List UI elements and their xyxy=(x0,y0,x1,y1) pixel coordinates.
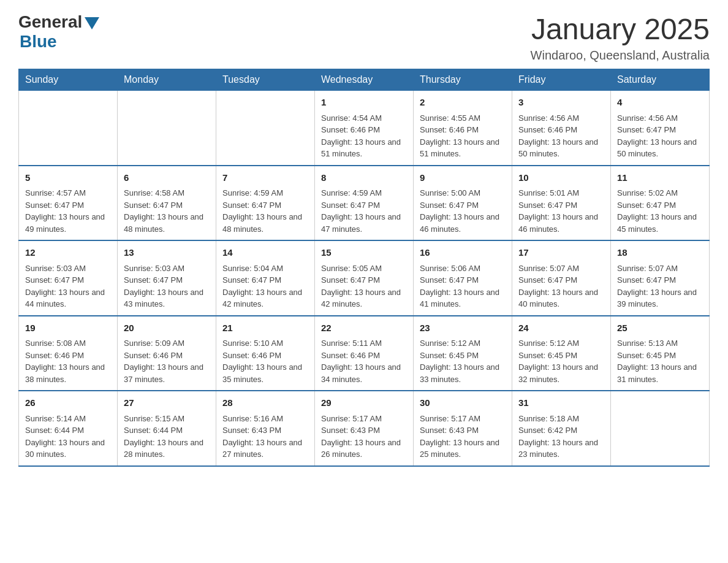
day-info: Sunrise: 5:06 AM Sunset: 6:47 PM Dayligh… xyxy=(420,262,506,310)
day-info: Sunrise: 4:55 AM Sunset: 6:46 PM Dayligh… xyxy=(420,112,506,160)
day-number: 2 xyxy=(420,96,506,110)
logo-general-text: General xyxy=(18,12,82,32)
day-info: Sunrise: 5:01 AM Sunset: 6:47 PM Dayligh… xyxy=(518,187,604,235)
day-number: 4 xyxy=(617,96,703,110)
calendar-cell: 28Sunrise: 5:16 AM Sunset: 6:43 PM Dayli… xyxy=(216,391,315,466)
calendar-cell: 7Sunrise: 4:59 AM Sunset: 6:47 PM Daylig… xyxy=(216,166,315,241)
title-block: January 2025 Windaroo, Queensland, Austr… xyxy=(531,12,710,63)
day-info: Sunrise: 5:11 AM Sunset: 6:46 PM Dayligh… xyxy=(321,337,407,385)
day-number: 27 xyxy=(124,396,210,410)
calendar-cell: 17Sunrise: 5:07 AM Sunset: 6:47 PM Dayli… xyxy=(512,240,611,316)
day-info: Sunrise: 5:07 AM Sunset: 6:47 PM Dayligh… xyxy=(617,262,703,310)
calendar-cell: 15Sunrise: 5:05 AM Sunset: 6:47 PM Dayli… xyxy=(315,240,414,316)
day-info: Sunrise: 5:17 AM Sunset: 6:43 PM Dayligh… xyxy=(420,413,506,461)
day-info: Sunrise: 5:00 AM Sunset: 6:47 PM Dayligh… xyxy=(420,187,506,235)
day-info: Sunrise: 4:59 AM Sunset: 6:47 PM Dayligh… xyxy=(321,187,407,235)
calendar-header-friday: Friday xyxy=(512,69,611,91)
calendar-cell: 8Sunrise: 4:59 AM Sunset: 6:47 PM Daylig… xyxy=(315,166,414,241)
day-number: 10 xyxy=(518,171,604,185)
calendar-cell: 31Sunrise: 5:18 AM Sunset: 6:42 PM Dayli… xyxy=(512,391,611,466)
calendar-cell xyxy=(216,91,315,166)
day-number: 12 xyxy=(25,246,111,260)
day-info: Sunrise: 5:12 AM Sunset: 6:45 PM Dayligh… xyxy=(420,337,506,385)
calendar-cell: 24Sunrise: 5:12 AM Sunset: 6:45 PM Dayli… xyxy=(512,316,611,391)
day-number: 9 xyxy=(420,171,506,185)
calendar-cell: 4Sunrise: 4:56 AM Sunset: 6:47 PM Daylig… xyxy=(611,91,710,166)
day-info: Sunrise: 5:03 AM Sunset: 6:47 PM Dayligh… xyxy=(124,262,210,310)
calendar-header-thursday: Thursday xyxy=(414,69,512,91)
day-info: Sunrise: 4:58 AM Sunset: 6:47 PM Dayligh… xyxy=(124,187,210,235)
logo: General Blue xyxy=(18,12,99,52)
day-number: 16 xyxy=(420,246,506,260)
day-number: 11 xyxy=(617,171,703,185)
day-number: 3 xyxy=(518,96,604,110)
calendar-cell: 30Sunrise: 5:17 AM Sunset: 6:43 PM Dayli… xyxy=(414,391,512,466)
day-number: 13 xyxy=(124,246,210,260)
calendar-cell: 29Sunrise: 5:17 AM Sunset: 6:43 PM Dayli… xyxy=(315,391,414,466)
calendar-cell: 10Sunrise: 5:01 AM Sunset: 6:47 PM Dayli… xyxy=(512,166,611,241)
day-info: Sunrise: 4:56 AM Sunset: 6:46 PM Dayligh… xyxy=(518,112,604,160)
day-info: Sunrise: 5:14 AM Sunset: 6:44 PM Dayligh… xyxy=(25,413,111,461)
calendar-cell: 20Sunrise: 5:09 AM Sunset: 6:46 PM Dayli… xyxy=(118,316,216,391)
day-number: 17 xyxy=(518,246,604,260)
day-number: 29 xyxy=(321,396,407,410)
day-number: 1 xyxy=(321,96,407,110)
calendar-cell xyxy=(118,91,216,166)
calendar-week-row: 5Sunrise: 4:57 AM Sunset: 6:47 PM Daylig… xyxy=(19,166,710,241)
day-info: Sunrise: 5:18 AM Sunset: 6:42 PM Dayligh… xyxy=(518,413,604,461)
calendar-header-tuesday: Tuesday xyxy=(216,69,315,91)
day-info: Sunrise: 5:02 AM Sunset: 6:47 PM Dayligh… xyxy=(617,187,703,235)
day-number: 23 xyxy=(420,321,506,335)
day-info: Sunrise: 5:16 AM Sunset: 6:43 PM Dayligh… xyxy=(222,413,308,461)
calendar-cell: 12Sunrise: 5:03 AM Sunset: 6:47 PM Dayli… xyxy=(19,240,118,316)
calendar-table: SundayMondayTuesdayWednesdayThursdayFrid… xyxy=(18,69,710,467)
calendar-week-row: 19Sunrise: 5:08 AM Sunset: 6:46 PM Dayli… xyxy=(19,316,710,391)
logo-blue-text: Blue xyxy=(20,32,57,52)
day-info: Sunrise: 5:08 AM Sunset: 6:46 PM Dayligh… xyxy=(25,337,111,385)
calendar-cell: 27Sunrise: 5:15 AM Sunset: 6:44 PM Dayli… xyxy=(118,391,216,466)
day-number: 28 xyxy=(222,396,308,410)
day-info: Sunrise: 5:07 AM Sunset: 6:47 PM Dayligh… xyxy=(518,262,604,310)
calendar-header-saturday: Saturday xyxy=(611,69,710,91)
calendar-cell: 3Sunrise: 4:56 AM Sunset: 6:46 PM Daylig… xyxy=(512,91,611,166)
page-header: General Blue January 2025 Windaroo, Quee… xyxy=(18,12,710,63)
calendar-cell: 6Sunrise: 4:58 AM Sunset: 6:47 PM Daylig… xyxy=(118,166,216,241)
calendar-week-row: 26Sunrise: 5:14 AM Sunset: 6:44 PM Dayli… xyxy=(19,391,710,466)
day-number: 20 xyxy=(124,321,210,335)
day-number: 30 xyxy=(420,396,506,410)
day-number: 31 xyxy=(518,396,604,410)
day-number: 15 xyxy=(321,246,407,260)
calendar-header-sunday: Sunday xyxy=(19,69,118,91)
calendar-cell: 2Sunrise: 4:55 AM Sunset: 6:46 PM Daylig… xyxy=(414,91,512,166)
day-number: 25 xyxy=(617,321,703,335)
calendar-week-row: 12Sunrise: 5:03 AM Sunset: 6:47 PM Dayli… xyxy=(19,240,710,316)
calendar-cell: 22Sunrise: 5:11 AM Sunset: 6:46 PM Dayli… xyxy=(315,316,414,391)
day-number: 14 xyxy=(222,246,308,260)
day-number: 18 xyxy=(617,246,703,260)
calendar-cell xyxy=(19,91,118,166)
calendar-header-monday: Monday xyxy=(118,69,216,91)
day-number: 22 xyxy=(321,321,407,335)
calendar-cell: 14Sunrise: 5:04 AM Sunset: 6:47 PM Dayli… xyxy=(216,240,315,316)
day-number: 19 xyxy=(25,321,111,335)
day-info: Sunrise: 4:57 AM Sunset: 6:47 PM Dayligh… xyxy=(25,187,111,235)
day-number: 6 xyxy=(124,171,210,185)
calendar-cell: 18Sunrise: 5:07 AM Sunset: 6:47 PM Dayli… xyxy=(611,240,710,316)
calendar-cell: 11Sunrise: 5:02 AM Sunset: 6:47 PM Dayli… xyxy=(611,166,710,241)
page-title: January 2025 xyxy=(531,12,710,46)
day-number: 5 xyxy=(25,171,111,185)
day-number: 24 xyxy=(518,321,604,335)
calendar-cell xyxy=(611,391,710,466)
day-info: Sunrise: 4:56 AM Sunset: 6:47 PM Dayligh… xyxy=(617,112,703,160)
calendar-header-wednesday: Wednesday xyxy=(315,69,414,91)
calendar-cell: 16Sunrise: 5:06 AM Sunset: 6:47 PM Dayli… xyxy=(414,240,512,316)
day-info: Sunrise: 5:03 AM Sunset: 6:47 PM Dayligh… xyxy=(25,262,111,310)
calendar-cell: 1Sunrise: 4:54 AM Sunset: 6:46 PM Daylig… xyxy=(315,91,414,166)
day-info: Sunrise: 5:04 AM Sunset: 6:47 PM Dayligh… xyxy=(222,262,308,310)
calendar-week-row: 1Sunrise: 4:54 AM Sunset: 6:46 PM Daylig… xyxy=(19,91,710,166)
day-number: 8 xyxy=(321,171,407,185)
day-info: Sunrise: 5:15 AM Sunset: 6:44 PM Dayligh… xyxy=(124,413,210,461)
calendar-cell: 5Sunrise: 4:57 AM Sunset: 6:47 PM Daylig… xyxy=(19,166,118,241)
calendar-cell: 25Sunrise: 5:13 AM Sunset: 6:45 PM Dayli… xyxy=(611,316,710,391)
day-info: Sunrise: 4:59 AM Sunset: 6:47 PM Dayligh… xyxy=(222,187,308,235)
